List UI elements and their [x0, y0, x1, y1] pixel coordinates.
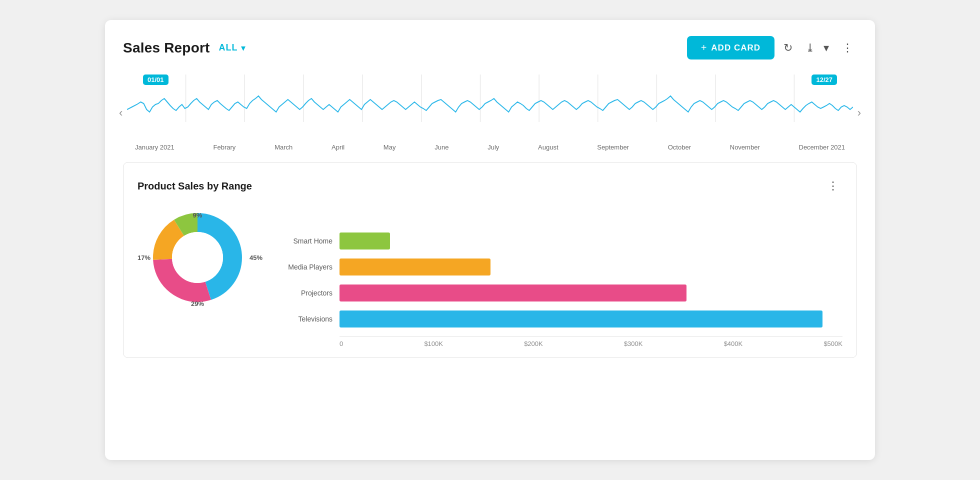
header-right: + ADD CARD ↻ ⤓ ▾ ⋮: [687, 36, 857, 60]
timeline-month-10: November: [730, 144, 760, 151]
more-icon: ⋮: [842, 42, 853, 54]
bar-row-smarthome: Smart Home: [278, 232, 842, 250]
date-badge-start: 01/01: [143, 74, 168, 85]
header-left: Sales Report ALL ▾: [123, 40, 246, 56]
donut-label-45pct: 45%: [250, 254, 262, 262]
timeline-nav-right-button[interactable]: ›: [856, 106, 863, 120]
export-chevron-icon: ▾: [824, 42, 829, 54]
product-card-header: Product Sales by Range ⋮: [138, 176, 842, 196]
bar-axis-0: 0: [340, 340, 343, 348]
bar-track-projectors: [340, 284, 842, 302]
timeline-sparkline: [127, 74, 853, 134]
dashboard-container: Sales Report ALL ▾ + ADD CARD ↻ ⤓ ▾: [105, 20, 875, 460]
bar-row-televisions: Televisions: [278, 310, 842, 328]
header: Sales Report ALL ▾ + ADD CARD ↻ ⤓ ▾: [123, 36, 857, 60]
bar-track-mediaplayers: [340, 258, 842, 276]
bar-chart-wrapper: Smart Home Media Players Projectors: [278, 208, 842, 348]
timeline-nav-left-button[interactable]: ‹: [117, 106, 124, 120]
refresh-button[interactable]: ↻: [780, 38, 796, 58]
timeline-month-2: March: [274, 144, 292, 151]
add-card-button[interactable]: + ADD CARD: [687, 36, 774, 60]
bar-label-televisions: Televisions: [278, 315, 332, 323]
filter-dropdown[interactable]: ALL ▾: [219, 42, 246, 54]
add-card-label: ADD CARD: [711, 43, 760, 53]
filter-label: ALL: [219, 42, 238, 53]
timeline-section: ‹ › 01/01 12/27: [123, 74, 857, 151]
bar-axis-500k: $500K: [824, 340, 842, 348]
donut-chart-svg: [148, 208, 248, 308]
timeline-month-0: January 2021: [135, 144, 174, 151]
more-options-button[interactable]: ⋮: [838, 38, 857, 58]
donut-label-29pct: 29%: [191, 300, 204, 308]
refresh-icon: ↻: [784, 42, 792, 54]
bar-row-projectors: Projectors: [278, 284, 842, 302]
left-arrow-icon: ‹: [119, 106, 122, 119]
bar-fill-mediaplayers: [340, 258, 490, 276]
timeline-month-1: Febrary: [214, 144, 236, 151]
card-more-options-button[interactable]: ⋮: [824, 176, 842, 196]
card-more-icon: ⋮: [828, 180, 838, 192]
product-sales-card: Product Sales by Range ⋮: [123, 162, 857, 358]
timeline-month-4: May: [384, 144, 396, 151]
bar-axis-300k: $300K: [624, 340, 643, 348]
donut-label-17pct: 17%: [138, 254, 150, 262]
product-card-title: Product Sales by Range: [138, 180, 252, 192]
export-dropdown[interactable]: ⤓ ▾: [802, 38, 833, 58]
timeline-labels: January 2021 Febrary March April May Jun…: [127, 144, 853, 151]
donut-chart-wrapper: 9% 17% 29% 45%: [138, 208, 258, 308]
timeline-month-9: October: [668, 144, 691, 151]
bar-axis-100k: $100K: [424, 340, 443, 348]
timeline-month-5: June: [434, 144, 448, 151]
bar-track-televisions: [340, 310, 842, 328]
bar-label-mediaplayers: Media Players: [278, 263, 332, 271]
timeline-month-7: August: [538, 144, 558, 151]
bar-fill-projectors: [340, 284, 686, 302]
chart-area: 9% 17% 29% 45% Smart Home Media Players: [138, 208, 842, 348]
bar-label-smarthome: Smart Home: [278, 237, 332, 245]
bar-row-mediaplayers: Media Players: [278, 258, 842, 276]
right-arrow-icon: ›: [858, 106, 861, 119]
donut-hole: [172, 232, 223, 283]
timeline-month-6: July: [488, 144, 499, 151]
bar-fill-televisions: [340, 310, 822, 328]
timeline-month-8: September: [597, 144, 629, 151]
timeline-month-11: December 2021: [799, 144, 846, 151]
donut-label-9pct: 9%: [193, 212, 202, 219]
timeline-chart[interactable]: 01/01 12/27: [127, 74, 853, 140]
bar-axis-200k: $200K: [524, 340, 543, 348]
export-chevron-button[interactable]: ▾: [820, 38, 833, 58]
chevron-down-icon: ▾: [241, 42, 246, 54]
bar-axis: 0 $100K $200K $300K $400K $500K: [340, 336, 842, 348]
plus-icon: +: [701, 42, 708, 54]
export-icon: ⤓: [806, 42, 814, 54]
bar-axis-labels: 0 $100K $200K $300K $400K $500K: [340, 340, 842, 348]
bar-track-smarthome: [340, 232, 842, 250]
bar-fill-smarthome: [340, 232, 390, 250]
date-badge-end: 12/27: [812, 74, 837, 85]
timeline-month-3: April: [332, 144, 344, 151]
page-title: Sales Report: [123, 40, 210, 56]
bar-axis-400k: $400K: [724, 340, 743, 348]
export-button[interactable]: ⤓: [802, 38, 818, 58]
bar-label-projectors: Projectors: [278, 289, 332, 297]
